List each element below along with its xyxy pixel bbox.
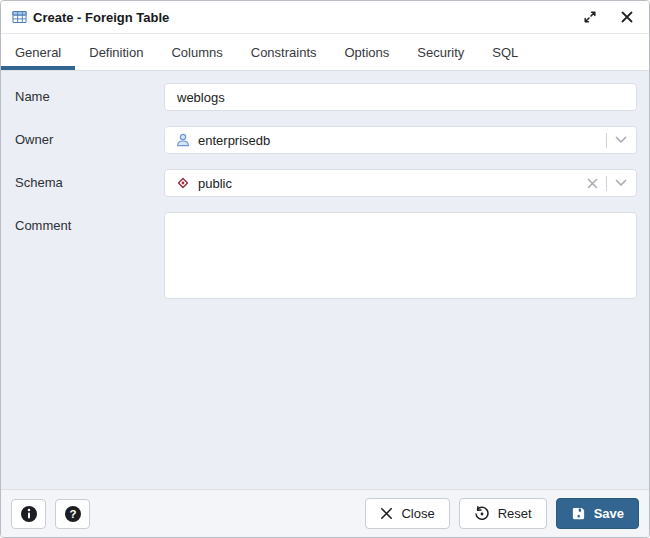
tab-constraints[interactable]: Constraints [237, 34, 331, 70]
name-row: Name [13, 83, 637, 111]
user-icon [175, 132, 191, 148]
schema-diamond-icon [175, 175, 191, 191]
tab-sql[interactable]: SQL [478, 34, 532, 70]
reset-button[interactable]: Reset [459, 498, 547, 529]
schema-select[interactable]: public [164, 169, 637, 197]
dialog-help-button[interactable]: ? [55, 499, 90, 529]
maximize-icon[interactable] [581, 8, 599, 26]
create-foreign-table-dialog: Create - Foreign Table General Definitio… [0, 0, 650, 538]
reset-icon [474, 506, 490, 522]
select-separator [606, 176, 607, 191]
select-separator [606, 133, 607, 148]
dialog-tabs: General Definition Columns Constraints O… [1, 34, 649, 71]
owner-label: Owner [13, 126, 164, 147]
dialog-footer: ? Close Reset [1, 489, 649, 537]
chevron-down-icon[interactable] [615, 179, 627, 187]
owner-row: Owner enterprisedb [13, 126, 637, 154]
close-x-icon [380, 507, 393, 520]
comment-row: Comment [13, 212, 637, 303]
tab-security[interactable]: Security [403, 34, 478, 70]
save-button[interactable]: Save [556, 498, 639, 529]
general-tab-panel: Name Owner enterprisedb [1, 71, 649, 489]
schema-row: Schema public [13, 169, 637, 197]
sql-help-button[interactable] [11, 499, 46, 529]
dialog-titlebar: Create - Foreign Table [1, 1, 649, 34]
table-icon [12, 10, 27, 24]
info-icon [20, 505, 38, 523]
clear-icon[interactable] [587, 178, 598, 189]
tab-columns[interactable]: Columns [157, 34, 236, 70]
owner-value: enterprisedb [198, 133, 270, 148]
close-icon[interactable] [619, 9, 635, 25]
comment-label: Comment [13, 212, 164, 233]
svg-text:?: ? [69, 508, 76, 520]
name-input[interactable] [164, 83, 637, 111]
owner-select[interactable]: enterprisedb [164, 126, 637, 154]
dialog-title: Create - Foreign Table [33, 10, 169, 25]
close-button[interactable]: Close [365, 498, 449, 529]
name-label: Name [13, 83, 164, 104]
schema-label: Schema [13, 169, 164, 190]
chevron-down-icon[interactable] [615, 136, 627, 144]
tab-general[interactable]: General [1, 34, 75, 70]
schema-value: public [198, 176, 232, 191]
comment-textarea[interactable] [164, 212, 637, 299]
tab-options[interactable]: Options [331, 34, 404, 70]
question-icon: ? [64, 505, 82, 523]
tab-definition[interactable]: Definition [75, 34, 157, 70]
save-icon [571, 506, 586, 521]
